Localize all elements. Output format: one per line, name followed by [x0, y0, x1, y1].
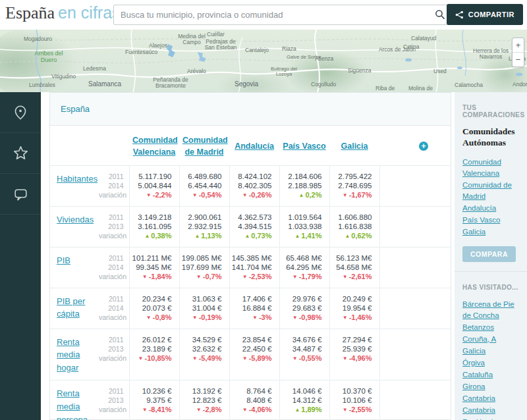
breadcrumb-link[interactable]: España	[61, 104, 90, 114]
data-cell: 23.854 €22.450 €▼-5,89%	[229, 328, 279, 381]
metric-link[interactable]: Renta media persona	[57, 388, 88, 420]
variation-value: ▼-4,06%	[230, 405, 272, 415]
zoom-in-button[interactable]: +	[513, 38, 524, 53]
year-labels: 20112014variación	[99, 247, 129, 288]
nav-feedback-button[interactable]	[0, 174, 41, 215]
variation-value: ▼-0,54%	[180, 190, 222, 201]
visited-link[interactable]: Cantabria	[462, 393, 520, 404]
data-cell: 10.236 €9.375 €▼-8,41%	[129, 381, 179, 420]
data-cell: 56.123 M€54.658 M€▼-2,61%	[329, 247, 379, 288]
data-cell: 13.192 €12.823 €▼-2,8%	[179, 381, 229, 420]
metric-link[interactable]: Viviendas	[57, 215, 94, 224]
variation-value: ▼-2,53%	[230, 272, 272, 282]
map-place-label: Molina de	[408, 86, 433, 92]
comparison-table: Comunidad ValencianaComunidad de MadridA…	[50, 126, 451, 420]
comparison-link[interactable]: Andalucía	[462, 203, 520, 214]
comparison-links: Comunidad ValencianaComunidad de MadridA…	[462, 157, 520, 238]
variation-value: ▼-0,98%	[280, 313, 322, 323]
data-cell: 29.976 €29.683 €▼-0,98%	[279, 288, 329, 328]
visited-link[interactable]: Región de Murcia	[462, 417, 520, 420]
visited-link[interactable]: Cataluña	[462, 369, 520, 381]
arrow-down-icon: ▼	[192, 192, 198, 198]
visited-link[interactable]: Cantabria	[462, 405, 520, 416]
map-place-label: Buitrago del Lozoya	[265, 66, 303, 78]
map-place-label: Cetina	[403, 44, 420, 50]
column-header-link[interactable]: Comunidad Valenciana	[132, 136, 178, 157]
arrow-up-icon: ▲	[299, 192, 304, 198]
add-column-icon[interactable]: +	[419, 142, 428, 151]
star-icon	[12, 144, 30, 162]
page: Españaen cifras COMPARTIR	[0, 0, 527, 420]
share-icon	[455, 11, 464, 19]
column-header-link[interactable]: Galicia	[341, 142, 368, 151]
zoom-out-button[interactable]: −	[513, 53, 524, 66]
map-place-label: Vitigudino	[51, 74, 76, 80]
visited-link[interactable]: Galicia	[462, 346, 520, 357]
arrow-down-icon: ▼	[142, 274, 148, 280]
metric-link[interactable]: PIB	[57, 255, 70, 265]
variation-value: ▼-2,55%	[330, 405, 372, 415]
data-cell: 20.234 €20.073 €▼-0,8%	[129, 288, 179, 328]
data-cell: 2.900.0612.932.915▲1,13%	[179, 206, 229, 247]
visited-link[interactable]: Bárcena de Pie de Concha	[462, 299, 520, 321]
search-icon[interactable]	[435, 9, 445, 20]
variation-value: ▼-4,96%	[330, 354, 372, 364]
share-button[interactable]: COMPARTIR	[447, 4, 523, 25]
data-cell: 34.676 €34.487 €▼-0,55%	[279, 328, 329, 381]
visited-link[interactable]: Coruña, A	[462, 334, 520, 345]
variation-value: ▼-3%	[230, 313, 272, 323]
visited-link[interactable]: Órgiva	[462, 357, 520, 369]
data-cell: 27.294 €25.939 €▼-4,96%	[329, 328, 379, 381]
site-logo[interactable]: Españaen cifras	[5, 3, 121, 23]
variation-value: ▲0,2%	[280, 190, 322, 201]
column-header-link[interactable]: Comunidad de Madrid	[182, 136, 228, 157]
column-header-link[interactable]: País Vasco	[283, 142, 325, 151]
comparison-link[interactable]: País Vasco	[462, 215, 520, 226]
visited-section: HAS VISITADO... Bárcena de Pie de Concha…	[455, 272, 527, 420]
metric-link[interactable]: PIB per cápita	[57, 296, 85, 319]
variation-value: ▼-0,55%	[280, 354, 322, 364]
variation-value: ▼-0,19%	[180, 313, 222, 323]
comparison-panel: España Comunidad ValencianaComunidad de …	[49, 92, 451, 420]
variation-value: ▼-5,49%	[180, 354, 222, 364]
map-labels: MogadouroArribes del DueroVitigudinoLumb…	[0, 30, 527, 92]
data-cell: 4.362.5734.394.515▲0,73%	[229, 206, 279, 247]
map-place-label: Ledesma	[83, 66, 106, 72]
visited-link[interactable]: Betanzos	[462, 322, 520, 333]
column-header-link[interactable]: Andalucía	[235, 142, 274, 151]
arrow-down-icon: ▼	[142, 407, 148, 413]
comparison-link[interactable]: Galicia	[462, 226, 520, 238]
search-input[interactable]	[113, 5, 451, 25]
nav-map-button[interactable]	[0, 92, 41, 133]
nav-favorites-button[interactable]	[0, 133, 41, 174]
arrow-up-icon: ▲	[294, 407, 300, 413]
right-sidebar: TUS COMPARACIONES Comunidades Autónomas …	[455, 92, 527, 420]
arrow-down-icon: ▼	[242, 407, 248, 413]
comparison-link[interactable]: Comunidad Valenciana	[462, 157, 520, 179]
year-labels: 20112014variación	[99, 288, 129, 328]
arrow-up-icon: ▲	[144, 233, 150, 239]
data-cell: 26.012 €23.189 €▼-10,85%	[129, 328, 179, 381]
variation-value: ▲1,89%	[280, 405, 322, 415]
share-label: COMPARTIR	[468, 11, 514, 18]
arrow-down-icon: ▼	[292, 315, 298, 321]
arrow-down-icon: ▼	[242, 192, 248, 198]
compare-button[interactable]: COMPARA	[462, 246, 516, 262]
map-place-label: Salamanca	[88, 80, 121, 88]
map-place-label: Riaza	[282, 46, 296, 52]
metric-link[interactable]: Habitantes	[57, 174, 97, 184]
arrow-down-icon: ▼	[292, 274, 298, 280]
logo-secondary: en cifras	[58, 3, 120, 22]
metric-link[interactable]: Renta media hogar	[57, 337, 80, 373]
visited-link[interactable]: Girona	[462, 381, 520, 392]
map-canvas[interactable]: MogadouroArribes del DueroVitigudinoLumb…	[0, 30, 527, 92]
map-place-label: Lumbrales	[29, 82, 55, 88]
map-place-label: Arribes del Duero	[30, 51, 67, 64]
map-place-label: Peñaranda de Bracamonte	[152, 77, 190, 90]
comparison-link[interactable]: Comunidad de Madrid	[462, 180, 520, 202]
table-row: Habitantes20112014variación5.117.1905.00…	[50, 165, 451, 206]
variation-value: ▼-2,2%	[130, 190, 172, 201]
map-place-label: Mogadouro	[24, 36, 52, 42]
map-place-label: Riba de	[375, 86, 395, 92]
data-cell: 34.529 €32.632 €▼-5,49%	[179, 328, 229, 381]
